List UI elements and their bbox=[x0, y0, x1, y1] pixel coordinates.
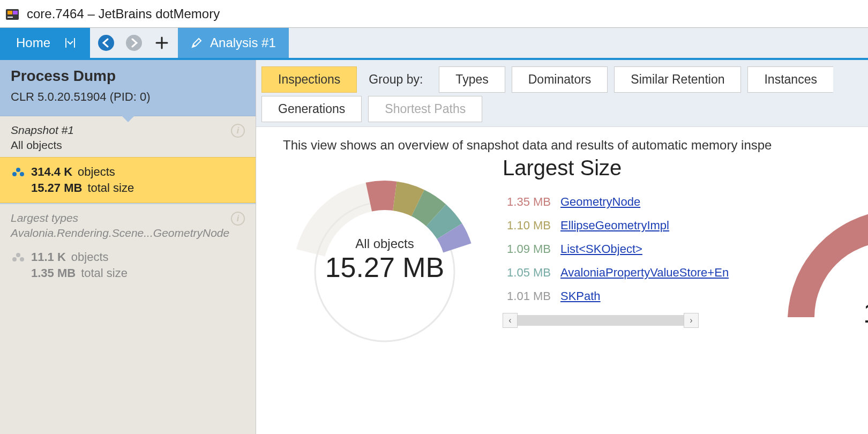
legend-item[interactable]: 1.01 MB SKPath bbox=[503, 289, 729, 303]
largest-types-card[interactable]: 11.1 K objects 1.35 MB total size bbox=[0, 243, 256, 288]
legend-item[interactable]: 1.05 MB AvaloniaPropertyValueStore+En bbox=[503, 266, 729, 280]
svg-point-10 bbox=[12, 257, 17, 261]
home-dropdown-icon[interactable] bbox=[65, 38, 75, 48]
total-size-label: total size bbox=[87, 181, 134, 195]
legend-link[interactable]: SKPath bbox=[560, 289, 601, 303]
legend-size: 1.09 MB bbox=[503, 242, 551, 256]
nav-forward-button bbox=[121, 30, 147, 56]
tab-dominators[interactable]: Dominators bbox=[512, 66, 608, 93]
home-label: Home bbox=[16, 35, 50, 50]
right-panel: Inspections Group by: Types Dominators S… bbox=[256, 60, 868, 434]
toolbar: Home Analysis #1 bbox=[0, 28, 868, 60]
tab-types[interactable]: Types bbox=[439, 66, 505, 93]
nav-group bbox=[90, 28, 178, 58]
tab-shortest-paths: Shortest Paths bbox=[368, 96, 482, 122]
window-title: core.7464 – JetBrains dotMemory bbox=[27, 6, 220, 21]
tab-instances[interactable]: Instances bbox=[747, 66, 833, 93]
pencil-icon bbox=[191, 37, 203, 49]
snapshot-header[interactable]: i Snapshot #1 All objects bbox=[0, 116, 256, 157]
largest-types-subtitle: Avalonia.Rendering.Scene...GeometryNode bbox=[11, 227, 245, 240]
titlebar: core.7464 – JetBrains dotMemory bbox=[0, 0, 868, 28]
svg-point-8 bbox=[20, 172, 24, 176]
lt-objects-count: 11.1 K bbox=[31, 250, 66, 264]
legend-size: 1.05 MB bbox=[503, 266, 551, 280]
nav-add-button[interactable] bbox=[149, 30, 175, 56]
process-dump-subtitle: CLR 5.0.20.51904 (PID: 0) bbox=[11, 90, 245, 104]
tabs-area: Inspections Group by: Types Dominators S… bbox=[256, 60, 868, 127]
legend-size: 1.01 MB bbox=[503, 289, 551, 303]
svg-point-4 bbox=[98, 35, 114, 51]
legend-item[interactable]: 1.10 MB EllipseGeometryImpl bbox=[503, 219, 729, 233]
objects-count: 314.4 K bbox=[31, 165, 72, 179]
donut-center-value: 15.27 MB bbox=[278, 251, 492, 283]
process-dump-title: Process Dump bbox=[11, 68, 245, 85]
lt-total-size-label: total size bbox=[81, 266, 128, 280]
legend-link[interactable]: EllipseGeometryImpl bbox=[560, 219, 669, 233]
legend: Largest Size 1.35 MB GeometryNode 1.10 M… bbox=[503, 156, 729, 328]
donut-center: All objects 15.27 MB bbox=[278, 236, 492, 283]
svg-rect-1 bbox=[8, 11, 12, 14]
tab-generations[interactable]: Generations bbox=[261, 96, 362, 122]
svg-point-9 bbox=[16, 253, 20, 257]
tab-similar-retention[interactable]: Similar Retention bbox=[614, 66, 741, 93]
largest-types-title: Largest types bbox=[11, 212, 245, 225]
svg-text:1: 1 bbox=[863, 297, 868, 328]
legend-size: 1.35 MB bbox=[503, 195, 551, 209]
info-icon[interactable]: i bbox=[231, 212, 245, 226]
donut-center-label: All objects bbox=[278, 236, 492, 251]
largest-types-header[interactable]: i Largest types Avalonia.Rendering.Scene… bbox=[0, 203, 256, 243]
svg-point-11 bbox=[20, 257, 24, 261]
tab-analysis[interactable]: Analysis #1 bbox=[178, 28, 289, 58]
info-icon[interactable]: i bbox=[231, 124, 245, 138]
snapshot-subtitle: All objects bbox=[11, 139, 245, 152]
app-icon bbox=[4, 5, 21, 23]
legend-size: 1.10 MB bbox=[503, 219, 551, 233]
svg-rect-2 bbox=[13, 11, 18, 14]
secondary-chart-cutoff: 1 bbox=[772, 210, 868, 434]
donut-chart: All objects 15.27 MB bbox=[278, 156, 492, 365]
lt-objects-label: objects bbox=[71, 250, 109, 264]
objects-icon bbox=[11, 252, 26, 263]
lt-total-size: 1.35 MB bbox=[31, 266, 76, 280]
legend-item[interactable]: 1.35 MB GeometryNode bbox=[503, 195, 729, 209]
legend-hscroll[interactable]: ‹ › bbox=[503, 313, 729, 328]
legend-link[interactable]: AvaloniaPropertyValueStore+En bbox=[560, 266, 729, 280]
home-button[interactable]: Home bbox=[0, 28, 90, 58]
scroll-track[interactable] bbox=[518, 315, 684, 326]
legend-link[interactable]: List<SKObject> bbox=[560, 242, 642, 256]
legend-title: Largest Size bbox=[503, 156, 729, 180]
svg-rect-3 bbox=[8, 17, 13, 18]
snapshot-title: Snapshot #1 bbox=[11, 124, 245, 137]
left-panel: Process Dump CLR 5.0.20.51904 (PID: 0) i… bbox=[0, 60, 256, 434]
objects-icon bbox=[11, 167, 26, 177]
svg-point-7 bbox=[12, 172, 17, 176]
legend-link[interactable]: GeometryNode bbox=[560, 195, 640, 209]
tab-analysis-label: Analysis #1 bbox=[210, 35, 276, 50]
snapshot-card-selected[interactable]: 314.4 K objects 15.27 MB total size bbox=[0, 157, 256, 203]
svg-point-6 bbox=[16, 168, 20, 172]
total-size: 15.27 MB bbox=[31, 181, 82, 195]
objects-label: objects bbox=[78, 165, 115, 179]
scroll-right-icon[interactable]: › bbox=[684, 313, 699, 328]
nav-back-button[interactable] bbox=[93, 30, 119, 56]
view-description: This view shows an overview of snapshot … bbox=[256, 127, 868, 156]
scroll-left-icon[interactable]: ‹ bbox=[503, 313, 518, 328]
tab-inspections[interactable]: Inspections bbox=[261, 66, 357, 93]
svg-point-5 bbox=[126, 35, 142, 51]
group-by-label: Group by: bbox=[363, 72, 432, 87]
process-dump-header[interactable]: Process Dump CLR 5.0.20.51904 (PID: 0) bbox=[0, 60, 256, 116]
legend-item[interactable]: 1.09 MB List<SKObject> bbox=[503, 242, 729, 256]
